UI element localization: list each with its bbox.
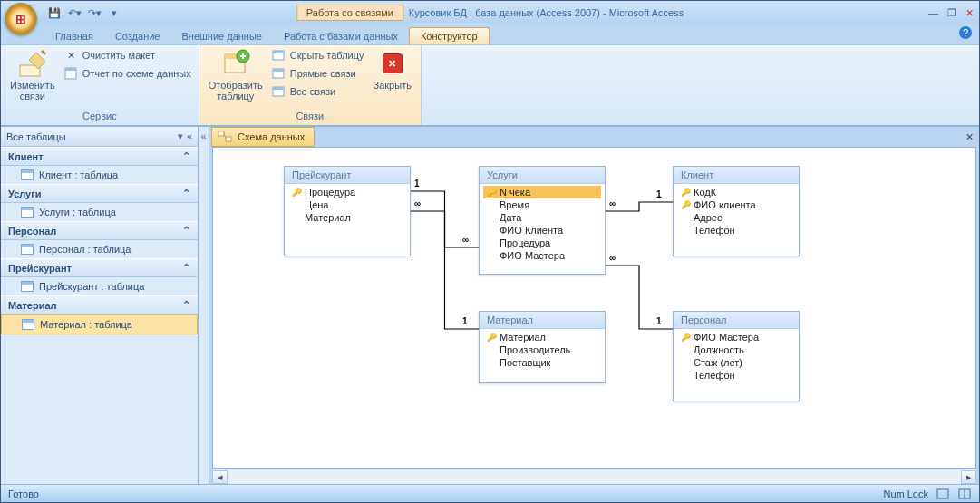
tab-home[interactable]: Главная [44,28,104,44]
chevron-up-icon: ⌃ [182,262,190,274]
field[interactable]: Материал [288,211,406,224]
relationship-report-button[interactable]: Отчет по схеме данных [63,65,193,82]
close-x-icon: ✕ [378,49,407,78]
entity-Материал[interactable]: Материал🔑МатериалПроизводительПоставщик [479,311,606,383]
svg-rect-12 [218,131,224,136]
nav-dropdown-icon[interactable]: ▾ [178,131,183,142]
nav-item[interactable]: Клиент : таблица [1,166,198,184]
qat-customize-icon[interactable]: ▾ [106,5,122,21]
scroll-left-icon[interactable]: ◂ [212,470,228,484]
chevron-up-icon: ⌃ [182,188,190,199]
nav-group-Клиент[interactable]: Клиент⌃ [1,147,198,166]
chevron-up-icon: ⌃ [182,225,190,237]
nav-item[interactable]: Персонал : таблица [1,240,198,258]
entity-header[interactable]: Прейскурант [285,167,410,184]
field[interactable]: Телефон [677,224,795,237]
hide-table-icon [272,48,286,63]
ribbon: Изменить связи ✕Очистить макет Отчет по … [1,44,979,126]
entity-header[interactable]: Услуги [480,167,605,184]
entity-Персонал[interactable]: Персонал🔑ФИО МастераДолжностьСтаж (лет)Т… [673,311,800,401]
status-text: Готово [8,488,39,499]
show-table-button[interactable]: Отобразить таблицу [205,47,267,103]
svg-rect-14 [937,489,948,498]
nav-pane: Все таблицы ▾« Клиент⌃Клиент : таблицаУс… [1,127,199,484]
table-icon [21,281,34,292]
tab-create[interactable]: Создание [104,28,171,44]
maximize-icon[interactable]: ❐ [947,7,956,19]
nav-item[interactable]: Материал : таблица [1,314,198,334]
field[interactable]: Производитель [483,343,601,356]
clear-icon: ✕ [64,48,79,63]
minimize-icon[interactable]: — [928,7,938,19]
help-icon[interactable]: ? [959,26,972,39]
all-rel-icon [272,84,286,99]
shutter-bar[interactable]: « [199,127,209,484]
nav-item[interactable]: Прейскурант : таблица [1,277,198,295]
edit-relationships-button[interactable]: Изменить связи [6,47,59,103]
document-area: Схема данных ✕ Прейскурант🔑ПроцедураЦена… [209,127,979,484]
all-relationships-button[interactable]: Все связи [270,83,366,100]
key-icon: 🔑 [681,200,690,209]
field[interactable]: Время [483,198,601,211]
hide-table-button[interactable]: Скрыть таблицу [270,47,366,63]
direct-relationships-button[interactable]: Прямые связи [270,65,366,82]
entity-Услуги[interactable]: Услуги🔑N чекаВремяДатаФИО КлиентаПроцеду… [479,166,606,275]
clear-layout-button[interactable]: ✕Очистить макет [63,47,193,63]
close-button[interactable]: ✕ Закрыть [370,47,415,92]
nav-group-Персонал[interactable]: Персонал⌃ [1,221,198,240]
field[interactable]: Адрес [677,211,795,224]
entity-header[interactable]: Клиент [674,167,799,184]
close-icon[interactable]: ✕ [965,7,974,19]
field[interactable]: Процедура [483,237,601,249]
nav-collapse-icon[interactable]: « [187,131,192,142]
field[interactable]: 🔑ФИО Мастера [677,331,795,343]
key-icon: 🔑 [681,188,690,197]
field[interactable]: Стаж (лет) [677,356,795,369]
tab-design[interactable]: Конструктор [409,27,490,44]
tab-external[interactable]: Внешние данные [171,28,273,44]
field[interactable]: ФИО Мастера [483,249,601,262]
group-label-relationships: Связи [205,111,415,123]
tab-dbtools[interactable]: Работа с базами данных [273,28,409,44]
scroll-right-icon[interactable]: ▸ [961,470,976,484]
nav-item[interactable]: Услуги : таблица [1,203,198,221]
edit-relationships-icon [18,49,47,78]
schema-icon [218,130,232,144]
nav-group-Услуги[interactable]: Услуги⌃ [1,184,198,203]
field[interactable]: 🔑N чека [483,186,601,198]
view-icon-2[interactable] [957,487,972,501]
numlock-indicator: Num Lock [883,488,928,499]
office-button[interactable]: ⊞ [5,3,37,35]
qat-redo-icon[interactable]: ↷▾ [86,5,102,21]
chevron-up-icon: ⌃ [182,299,190,311]
field[interactable]: 🔑Материал [483,331,601,343]
qat-undo-icon[interactable]: ↶▾ [66,5,82,21]
entity-header[interactable]: Материал [480,312,605,329]
view-icon-1[interactable] [936,487,950,501]
h-scrollbar[interactable]: ◂ ▸ [212,469,976,484]
field[interactable]: Цена [288,198,406,211]
direct-rel-icon [272,66,286,81]
nav-header[interactable]: Все таблицы ▾« [1,127,198,147]
qat-save-icon[interactable]: 💾 [46,5,63,21]
entity-Прейскурант[interactable]: Прейскурант🔑ПроцедураЦенаМатериал [284,166,411,256]
svg-rect-2 [65,68,76,71]
entity-Клиент[interactable]: Клиент🔑КодК🔑ФИО клиентаАдресТелефон [673,166,800,256]
field[interactable]: Дата [483,211,601,224]
table-icon [22,319,34,330]
nav-group-Материал[interactable]: Материал⌃ [1,295,198,314]
svg-rect-13 [226,137,231,141]
field[interactable]: 🔑Процедура [288,186,406,198]
field[interactable]: 🔑ФИО клиента [677,198,795,211]
field[interactable]: ФИО Клиента [483,224,601,237]
group-label-tools: Сервис [6,111,193,123]
field[interactable]: Телефон [677,369,795,382]
entity-header[interactable]: Персонал [674,312,799,329]
field[interactable]: Поставщик [483,356,601,369]
field[interactable]: Должность [677,343,795,356]
doc-tab-schema[interactable]: Схема данных [211,127,315,147]
nav-group-Прейскурант[interactable]: Прейскурант⌃ [1,258,198,277]
doc-close-icon[interactable]: ✕ [965,131,974,143]
relationships-canvas[interactable]: Прейскурант🔑ПроцедураЦенаМатериалУслуги🔑… [212,147,976,469]
field[interactable]: 🔑КодК [677,186,795,198]
